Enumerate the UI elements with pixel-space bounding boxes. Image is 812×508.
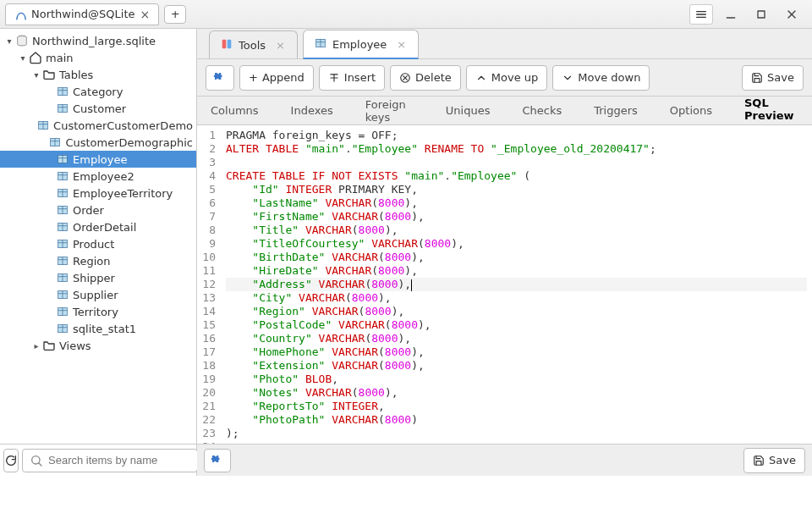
- close-tab-icon[interactable]: ×: [140, 8, 151, 21]
- chevron-down-icon: [562, 72, 573, 84]
- editor-tabs: Tools × Employee ×: [197, 29, 812, 59]
- save-button-bottom[interactable]: Save: [743, 448, 805, 473]
- window-tab[interactable]: Northwind@SQLite ×: [5, 3, 159, 25]
- tree-item-territory[interactable]: Territory: [0, 303, 196, 320]
- sidebar: ▾Northwind_large.sqlite▾main▾TablesCateg…: [0, 29, 197, 476]
- movedown-button[interactable]: Move down: [552, 65, 650, 91]
- tree-item-employeeterritory[interactable]: EmployeeTerritory: [0, 185, 196, 202]
- content-footer: Save: [197, 444, 812, 476]
- tree-item-customer[interactable]: Customer: [0, 100, 196, 117]
- insert-button[interactable]: Insert: [319, 65, 385, 91]
- tree-item-customerdemographic[interactable]: CustomerDemographic: [0, 134, 196, 151]
- plugin-button-bottom[interactable]: [204, 449, 231, 472]
- tree-item-tables[interactable]: ▾Tables: [0, 66, 196, 83]
- toolbar: +Append Insert Delete Move up Move down …: [197, 59, 812, 97]
- title-bar: Northwind@SQLite × +: [0, 0, 812, 29]
- sql-editor[interactable]: 1234567891011121314151617181920212223242…: [197, 125, 812, 444]
- tree-item-category[interactable]: Category: [0, 83, 196, 100]
- db-tree[interactable]: ▾Northwind_large.sqlite▾main▾TablesCateg…: [0, 29, 196, 444]
- chevron-up-icon: [475, 72, 487, 84]
- append-button[interactable]: +Append: [239, 65, 314, 91]
- search-box[interactable]: [22, 449, 198, 472]
- sidebar-footer: [0, 444, 196, 476]
- delete-button[interactable]: Delete: [390, 65, 461, 91]
- subtabs: Columns Indexes Foreign keys Uniques Che…: [197, 97, 812, 125]
- tree-item-views[interactable]: ▸Views: [0, 337, 196, 354]
- line-gutter: 1234567891011121314151617181920212223242…: [197, 125, 221, 444]
- plus-icon: +: [249, 71, 258, 84]
- tree-item-sqlite-stat1[interactable]: sqlite_stat1: [0, 320, 196, 337]
- subtab-indexes[interactable]: Indexes: [284, 97, 340, 124]
- window-title: Northwind@SQLite: [31, 8, 135, 20]
- subtab-options[interactable]: Options: [663, 97, 719, 124]
- minimize-icon: [724, 8, 738, 21]
- table-icon: [314, 36, 327, 52]
- search-input[interactable]: [48, 454, 190, 467]
- tree-item-northwind-large-sqlite[interactable]: ▾Northwind_large.sqlite: [0, 32, 196, 49]
- moveup-button[interactable]: Move up: [466, 65, 548, 91]
- delete-icon: [399, 72, 411, 84]
- tree-item-employee2[interactable]: Employee2: [0, 168, 196, 185]
- maximize-button[interactable]: [752, 5, 771, 24]
- tree-item-product[interactable]: Product: [0, 235, 196, 252]
- menu-button[interactable]: [689, 4, 713, 25]
- refresh-icon: [4, 454, 18, 467]
- svg-rect-55: [228, 40, 232, 49]
- tab-employee-label: Employee: [332, 38, 387, 51]
- maximize-icon: [754, 8, 768, 21]
- plugin-button[interactable]: [206, 65, 234, 91]
- content-area: Tools × Employee × +Append Insert: [197, 29, 812, 476]
- insert-icon: [328, 72, 340, 84]
- new-tab-button[interactable]: +: [164, 5, 186, 24]
- tab-employee[interactable]: Employee ×: [303, 30, 419, 59]
- tree-item-employee[interactable]: Employee: [0, 151, 196, 168]
- svg-rect-54: [222, 40, 227, 49]
- close-tab-employee-icon[interactable]: ×: [397, 38, 406, 51]
- subtab-columns[interactable]: Columns: [204, 97, 266, 124]
- code-area[interactable]: PRAGMA foreign_keys = OFF;ALTER TABLE "m…: [221, 125, 812, 444]
- tree-item-customercustomerdemo[interactable]: CustomerCustomerDemo: [0, 117, 196, 134]
- tree-item-region[interactable]: Region: [0, 252, 196, 269]
- tree-item-order[interactable]: Order: [0, 202, 196, 218]
- hamburger-icon: [694, 8, 708, 21]
- close-icon: [785, 8, 798, 21]
- save-icon: [751, 72, 763, 84]
- subtab-uniques[interactable]: Uniques: [439, 97, 497, 124]
- subtab-checks[interactable]: Checks: [515, 97, 568, 124]
- subtab-triggers[interactable]: Triggers: [587, 97, 645, 124]
- tree-item-shipper[interactable]: Shipper: [0, 269, 196, 286]
- puzzle-icon: [211, 454, 224, 467]
- close-tab-tools-icon[interactable]: ×: [276, 39, 285, 52]
- tools-icon: [220, 37, 233, 53]
- tree-item-main[interactable]: ▾main: [0, 49, 196, 66]
- refresh-button[interactable]: [3, 449, 19, 472]
- minimize-button[interactable]: [721, 5, 740, 24]
- svg-line-53: [39, 462, 41, 465]
- tree-item-orderdetail[interactable]: OrderDetail: [0, 218, 196, 235]
- tab-tools-label: Tools: [239, 39, 266, 52]
- puzzle-icon: [213, 71, 227, 85]
- save-button[interactable]: Save: [742, 65, 804, 91]
- tree-item-supplier[interactable]: Supplier: [0, 286, 196, 303]
- subtab-foreign-keys[interactable]: Foreign keys: [359, 91, 420, 130]
- close-window-button[interactable]: [782, 5, 801, 24]
- app-icon: [14, 8, 26, 20]
- save-icon: [753, 455, 765, 467]
- search-icon: [30, 454, 43, 467]
- tab-tools[interactable]: Tools ×: [209, 30, 298, 58]
